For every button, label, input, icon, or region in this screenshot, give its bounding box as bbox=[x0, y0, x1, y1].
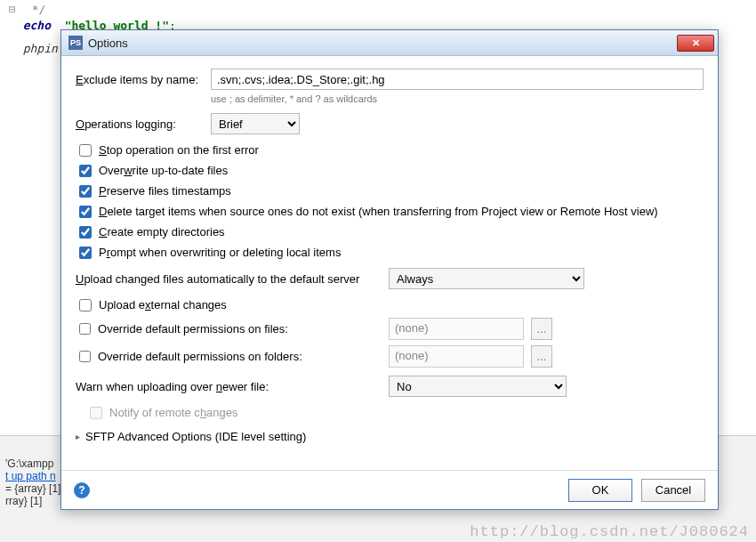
sftp-advanced-label: SFTP Advanced Options (IDE level setting… bbox=[85, 430, 306, 443]
help-icon[interactable]: ? bbox=[74, 482, 90, 498]
notify-checkbox bbox=[90, 407, 102, 419]
perm-folders-value: (none) bbox=[389, 345, 524, 368]
upload-select[interactable]: Always bbox=[389, 268, 584, 289]
close-icon[interactable]: ✕ bbox=[677, 35, 714, 52]
warn-select[interactable]: No bbox=[389, 376, 567, 397]
code-fn-phpin: phpin bbox=[23, 42, 58, 55]
oplog-select[interactable]: Brief bbox=[211, 113, 300, 134]
create-checkbox[interactable] bbox=[79, 226, 92, 239]
setup-path-link[interactable]: t up path n bbox=[5, 470, 56, 482]
preserve-checkbox[interactable] bbox=[79, 185, 92, 198]
app-icon: PS bbox=[68, 36, 83, 50]
notify-label: Notify of remote changes bbox=[109, 406, 238, 419]
perm-files-checkbox[interactable] bbox=[79, 323, 91, 335]
prompt-label: Prompt when overwriting or deleting loca… bbox=[99, 246, 341, 259]
stop-checkbox[interactable] bbox=[79, 144, 92, 157]
exclude-input[interactable] bbox=[211, 69, 704, 90]
ok-button[interactable]: OK bbox=[568, 479, 632, 502]
dialog-footer: ? OK Cancel bbox=[61, 470, 718, 509]
stop-label: Stop operation on the first error bbox=[99, 143, 259, 157]
perm-folders-button[interactable]: ... bbox=[531, 345, 552, 368]
create-label: Create empty directories bbox=[99, 225, 225, 239]
delete-label: Delete target items when source ones do … bbox=[99, 205, 658, 218]
array-var: = {array} bbox=[5, 482, 46, 495]
sftp-advanced-row[interactable]: ▸ SFTP Advanced Options (IDE level setti… bbox=[76, 423, 704, 443]
upload-label: Upload changed files automatically to th… bbox=[76, 272, 389, 286]
external-checkbox[interactable] bbox=[79, 299, 92, 311]
dialog-content: Exclude items by name: use ; as delimite… bbox=[61, 56, 718, 470]
overwrite-label: Overwrite up-to-date files bbox=[99, 164, 228, 177]
chevron-right-icon: ▸ bbox=[76, 432, 80, 441]
oplog-label: Operations logging: bbox=[76, 117, 211, 131]
perm-folders-checkbox[interactable] bbox=[79, 351, 91, 362]
perm-files-label: Override default permissions on files: bbox=[98, 322, 288, 336]
titlebar[interactable]: PS Options ✕ bbox=[61, 30, 718, 56]
delete-checkbox[interactable] bbox=[79, 206, 92, 218]
exclude-label: Exclude items by name: bbox=[76, 73, 211, 86]
perm-folders-label: Override default permissions on folders: bbox=[98, 350, 302, 363]
options-dialog: PS Options ✕ Exclude items by name: use … bbox=[60, 29, 719, 510]
perm-files-value: (none) bbox=[389, 318, 524, 340]
exclude-hint: use ; as delimiter, * and ? as wildcards bbox=[211, 93, 704, 104]
overwrite-checkbox[interactable] bbox=[79, 165, 92, 177]
cancel-button[interactable]: Cancel bbox=[641, 479, 705, 502]
warn-label: Warn when uploading over newer file: bbox=[76, 380, 389, 393]
prompt-checkbox[interactable] bbox=[79, 247, 92, 259]
external-label: Upload external changes bbox=[99, 298, 227, 311]
perm-files-button[interactable]: ... bbox=[531, 318, 552, 340]
code-keyword-echo: echo bbox=[23, 19, 51, 32]
preserve-label: Preserve files timestamps bbox=[99, 184, 231, 198]
dialog-title: Options bbox=[88, 36, 672, 50]
code-comment: */ bbox=[18, 3, 45, 16]
